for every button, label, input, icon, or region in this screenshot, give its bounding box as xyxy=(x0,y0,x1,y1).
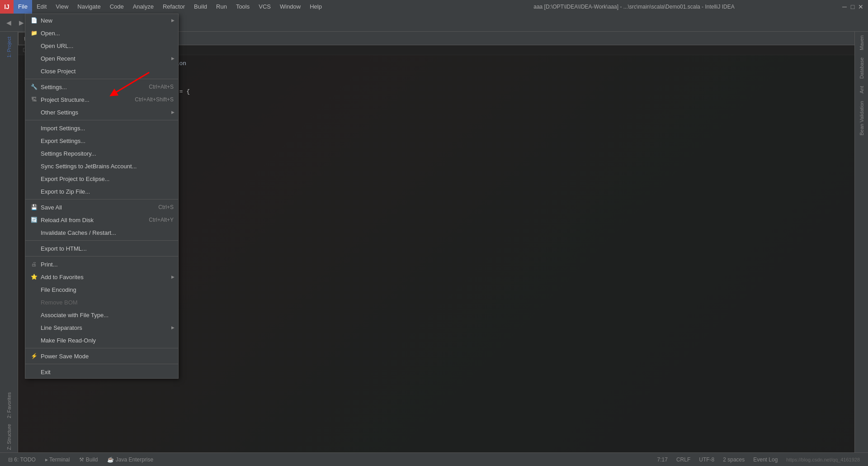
menu-bar: File Edit View Navigate Code Analyze Ref… xyxy=(14,0,427,14)
settings-icon: 🔧 xyxy=(30,83,38,91)
divider-7 xyxy=(25,364,178,364)
menu-settings[interactable]: 🔧 Settings... Ctrl+Alt+S xyxy=(25,81,178,93)
menu-help[interactable]: Help xyxy=(305,0,326,14)
sidebar-project-label[interactable]: 1: Project xyxy=(5,34,13,60)
menu-new[interactable]: 📄 New xyxy=(25,14,178,27)
sidebar-structure-label[interactable]: Z: Structure xyxy=(5,421,13,452)
menu-navigate[interactable]: Navigate xyxy=(73,0,105,14)
status-indent[interactable]: 2 spaces xyxy=(719,453,748,466)
right-panel-bean-validation[interactable]: Bean Validation xyxy=(859,97,864,139)
status-bar: ⊟ 6: TODO ▸ Terminal ⚒ Build ☕ Java Ente… xyxy=(0,452,868,466)
left-sidebar: 1: Project 2: Favorites Z: Structure xyxy=(0,32,18,452)
project-icon: 🏗 xyxy=(30,95,38,104)
menu-tools[interactable]: Tools xyxy=(231,0,254,14)
reload-icon: 🔄 xyxy=(30,216,38,224)
menu-settings-repo[interactable]: Settings Repository... xyxy=(25,147,178,160)
menu-edit[interactable]: Edit xyxy=(32,0,51,14)
menu-analyze[interactable]: Analyze xyxy=(128,0,158,14)
right-panel-database[interactable]: Database xyxy=(859,54,864,82)
menu-associate-file-type[interactable]: Associate with File Type... xyxy=(25,309,178,321)
file-type-icon xyxy=(30,311,38,319)
menu-close-project[interactable]: Close Project xyxy=(25,65,178,77)
favorites-icon: ⭐ xyxy=(30,273,38,281)
sidebar-favorites-label[interactable]: 2: Favorites xyxy=(5,390,13,421)
import-settings-icon xyxy=(30,124,38,132)
menu-save-all[interactable]: 💾 Save All Ctrl+S xyxy=(25,201,178,214)
menu-remove-bom: Remove BOM xyxy=(25,296,178,309)
status-encoding[interactable]: UTF-8 xyxy=(695,453,718,466)
status-line-endings[interactable]: CRLF xyxy=(673,453,694,466)
menu-refactor[interactable]: Refactor xyxy=(158,0,189,14)
separator-icon xyxy=(30,323,38,332)
maximize-button[interactable]: □ xyxy=(849,3,856,10)
print-icon: 🖨 xyxy=(30,260,38,268)
other-settings-icon xyxy=(30,108,38,116)
menu-open-recent[interactable]: Open Recent xyxy=(25,52,178,65)
save-icon: 💾 xyxy=(30,203,38,211)
menu-file[interactable]: File xyxy=(14,0,32,14)
right-panel-ant[interactable]: Ant xyxy=(859,82,864,97)
menu-export-eclipse[interactable]: Export Project to Eclipse... xyxy=(25,172,178,185)
status-java-enterprise[interactable]: ☕ Java Enterprise xyxy=(104,453,157,466)
menu-file-encoding[interactable]: File Encoding xyxy=(25,283,178,296)
divider-2 xyxy=(25,120,178,120)
sync-icon xyxy=(30,162,38,170)
status-build[interactable]: ⚒ Build xyxy=(75,453,101,466)
status-terminal[interactable]: ▸ Terminal xyxy=(42,453,73,466)
menu-sync-settings[interactable]: Sync Settings to JetBrains Account... xyxy=(25,160,178,172)
divider-4 xyxy=(25,240,178,241)
menu-code[interactable]: Code xyxy=(105,0,128,14)
menu-build[interactable]: Build xyxy=(189,0,212,14)
divider-3 xyxy=(25,199,178,200)
exit-icon xyxy=(30,368,38,376)
menu-run[interactable]: Run xyxy=(212,0,231,14)
power-save-icon: ⚡ xyxy=(30,352,38,360)
menu-vcs[interactable]: VCS xyxy=(254,0,275,14)
navigate-back-button[interactable]: ◀ xyxy=(2,16,15,29)
status-cursor-pos[interactable]: 7:17 xyxy=(654,453,671,466)
window-controls: ─ □ ✕ xyxy=(841,3,868,10)
eclipse-icon xyxy=(30,175,38,183)
app-logo: IJ xyxy=(0,0,14,14)
right-sidebar: Maven Database Ant Bean Validation xyxy=(854,32,868,452)
encoding-icon xyxy=(30,285,38,294)
divider-1 xyxy=(25,79,178,79)
menu-export-settings[interactable]: Export Settings... xyxy=(25,134,178,147)
open-url-icon xyxy=(30,42,38,50)
readonly-icon xyxy=(30,336,38,344)
menu-open[interactable]: 📁 Open... xyxy=(25,27,178,39)
menu-power-save[interactable]: ⚡ Power Save Mode xyxy=(25,350,178,362)
menu-export-zip[interactable]: Export to Zip File... xyxy=(25,185,178,198)
menu-view[interactable]: View xyxy=(51,0,73,14)
close-button[interactable]: ✕ xyxy=(857,3,864,10)
window-title: aaa [D:\OPT\IDEA\IDEA-Work\aaa] - ...\sr… xyxy=(427,4,841,10)
status-todo[interactable]: ⊟ 6: TODO xyxy=(5,453,39,466)
menu-print[interactable]: 🖨 Print... xyxy=(25,258,178,271)
menu-other-settings[interactable]: Other Settings xyxy=(25,106,178,119)
right-panel-maven[interactable]: Maven xyxy=(859,32,864,54)
menu-import-settings[interactable]: Import Settings... xyxy=(25,122,178,134)
menu-export-html[interactable]: Export to HTML... xyxy=(25,242,178,255)
menu-open-url[interactable]: Open URL... xyxy=(25,39,178,52)
menu-make-readonly[interactable]: Make File Read-Only xyxy=(25,334,178,347)
divider-6 xyxy=(25,348,178,348)
status-event-log[interactable]: Event Log xyxy=(750,453,781,466)
settings-repo-icon xyxy=(30,149,38,157)
menu-window[interactable]: Window xyxy=(275,0,305,14)
recent-icon xyxy=(30,54,38,62)
status-right: 7:17 CRLF UTF-8 2 spaces Event Log https… xyxy=(654,453,868,466)
title-bar: IJ File Edit View Navigate Code Analyze … xyxy=(0,0,868,14)
zip-icon xyxy=(30,187,38,195)
menu-reload-disk[interactable]: 🔄 Reload All from Disk Ctrl+Alt+Y xyxy=(25,214,178,226)
menu-exit[interactable]: Exit xyxy=(25,366,178,378)
html-icon xyxy=(30,244,38,252)
menu-invalidate-caches[interactable]: Invalidate Caches / Restart... xyxy=(25,226,178,239)
minimize-button[interactable]: ─ xyxy=(841,3,848,10)
export-settings-icon xyxy=(30,137,38,145)
menu-line-separators[interactable]: Line Separators xyxy=(25,321,178,334)
close-project-icon xyxy=(30,67,38,75)
status-url: https://blog.csdn.net/qq_4161928 xyxy=(783,453,863,466)
menu-project-structure[interactable]: 🏗 Project Structure... Ctrl+Alt+Shift+S xyxy=(25,93,178,106)
divider-5 xyxy=(25,256,178,257)
menu-add-favorites[interactable]: ⭐ Add to Favorites xyxy=(25,271,178,283)
